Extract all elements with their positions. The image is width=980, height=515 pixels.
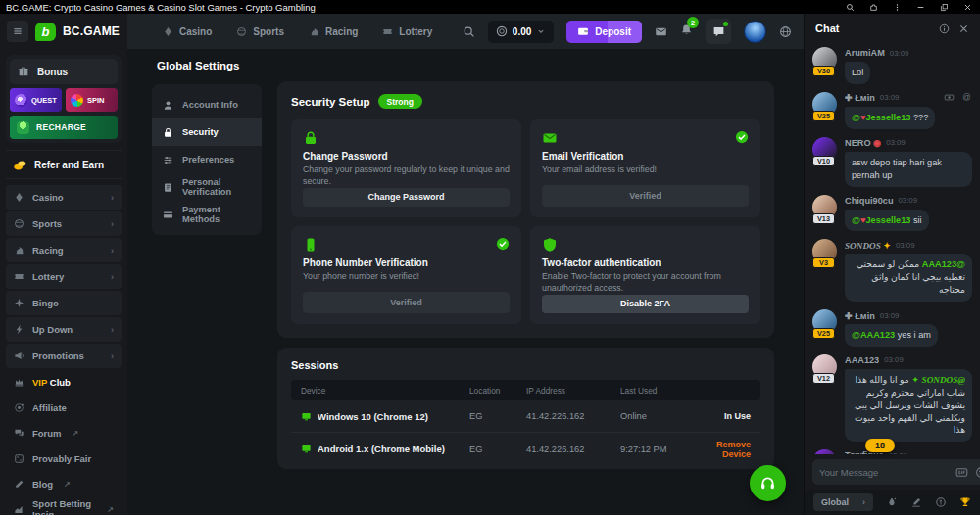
settings-menu-item-security[interactable]: Security <box>152 118 262 146</box>
bcgame-logo-text[interactable]: BC.GAME <box>63 24 120 38</box>
recharge-button[interactable]: RECHARGE <box>10 116 118 139</box>
balance-amount: 0.00 <box>513 26 531 37</box>
browser-menu-icon[interactable] <box>893 3 902 12</box>
sidebar-item-promotions[interactable]: Promotions› <box>6 344 122 368</box>
sidebar-item-racing[interactable]: Racing› <box>6 238 122 262</box>
quest-label: QUEST <box>31 96 57 105</box>
search-icon[interactable] <box>463 25 475 38</box>
topnav-links: CasinoSportsRacingLottery <box>163 26 432 37</box>
crown-icon <box>14 377 24 388</box>
rain-drop-icon[interactable] <box>886 496 898 508</box>
chat-message-body: AAA12303:09@SONDOS ✦ مو انا والله هذا شا… <box>845 354 972 442</box>
emoji-icon[interactable] <box>975 466 980 479</box>
topnav-item-label: Lottery <box>399 26 432 37</box>
sidebar-nav: Casino›Sports›Racing›Lottery›BingoUp Dow… <box>6 185 122 515</box>
settings-menu-item-personal-verification[interactable]: Personal Verification <box>152 173 262 201</box>
spin-button[interactable]: SPIN <box>66 88 118 112</box>
settings-menu-item-account-info[interactable]: Account Info <box>152 91 262 118</box>
sidebar-item-vip-club[interactable]: VIP Club <box>6 370 122 394</box>
page-title: BC.GAME: Crypto Casino Games & Casino Sl… <box>6 2 846 13</box>
settings-menu-item-preferences[interactable]: Preferences <box>152 146 262 173</box>
sidebar-item-affiliate[interactable]: Affiliate <box>6 396 122 419</box>
trophy-icon[interactable] <box>959 496 971 508</box>
chat-info-icon[interactable] <box>939 23 950 34</box>
deposit-button[interactable]: Deposit <box>566 21 642 43</box>
sidebar-item-sport-betting-insig[interactable]: Sport Betting Insig...↗ <box>6 497 122 515</box>
gold-coins-icon <box>13 158 27 172</box>
sidebar-item-casino[interactable]: Casino› <box>6 185 122 210</box>
bcgame-logo-icon[interactable]: b <box>35 23 56 41</box>
settings-menu-item-payment-methods[interactable]: Payment Methods <box>152 201 262 228</box>
sidebar-item-label: Casino <box>32 192 64 203</box>
topnav-item-casino[interactable]: Casino <box>163 26 212 37</box>
recharge-icon <box>17 121 29 134</box>
chat-message-bubble: asw depo tiap hari gak pernah up <box>845 152 972 187</box>
sidebar-item-sports[interactable]: Sports› <box>6 211 122 236</box>
chat-close-icon[interactable] <box>958 23 969 34</box>
topnav-item-racing[interactable]: Racing <box>309 26 358 37</box>
topnav-item-sports[interactable]: Sports <box>236 26 284 37</box>
notifications-button[interactable]: 2 <box>680 23 693 40</box>
ball-icon <box>236 26 247 37</box>
chat-bottom-bar: Global › <box>805 490 980 515</box>
coinflip-icon[interactable] <box>935 496 947 508</box>
user-avatar[interactable] <box>744 21 766 43</box>
chat-message-left: V25 <box>812 92 838 125</box>
disable-2fa-button[interactable]: Disable 2FA <box>542 295 749 313</box>
sidebar-item-bingo[interactable]: Bingo <box>6 291 122 315</box>
topnav-item-lottery[interactable]: Lottery <box>382 26 432 37</box>
balance-selector[interactable]: 0.00 <box>488 21 554 43</box>
change-password-button[interactable]: Change Password <box>303 188 510 207</box>
quest-button[interactable]: QUEST <box>10 88 62 112</box>
session-device: Windows 10 (Chrome 12) <box>301 411 469 422</box>
chat-message-body: ✚ Łмin03:09@AAA123 yes i am <box>845 309 972 347</box>
chat-message-header: ✚ Łмin03:09@ <box>845 92 972 104</box>
gif-icon[interactable] <box>956 466 968 479</box>
sidebar-item-forum[interactable]: Forum↗ <box>6 421 122 445</box>
browser-extensions-icon[interactable] <box>869 3 878 12</box>
chat-channel-selector[interactable]: Global › <box>813 493 873 511</box>
chat-rules-icon[interactable] <box>910 496 922 508</box>
mail-icon[interactable] <box>655 25 667 38</box>
security-card-change-password: Change PasswordChange your password regu… <box>291 119 521 217</box>
window-minimize-icon[interactable] <box>916 3 925 12</box>
vip-level-badge: V10 <box>812 156 835 166</box>
chat-username: ArumiAM <box>845 48 885 58</box>
chat-message-header: Chiqui90cu03:09 <box>845 195 972 207</box>
window-close-icon[interactable] <box>963 3 972 12</box>
tip-icon[interactable] <box>944 92 955 103</box>
verified-button[interactable]: Verified <box>542 185 749 207</box>
spin-wheel-icon <box>71 94 83 107</box>
chat-message-bubble: @SONDOS ✦ مو انا والله هذا شاب اماراتي م… <box>845 369 972 442</box>
unread-count-badge[interactable]: 18 <box>865 439 895 452</box>
sidebar-item-blog[interactable]: Blog↗ <box>6 472 122 495</box>
orbit-icon <box>14 402 24 413</box>
sidebar-item-bonus[interactable]: Bonus <box>10 59 118 84</box>
window-maximize-icon[interactable] <box>940 3 949 12</box>
chevron-right-icon: › <box>111 325 114 335</box>
chat-message-body: ArumiAM03:09Lol <box>845 47 972 84</box>
settings-menu-label: Preferences <box>182 155 234 164</box>
chat-message: V36ArumiAM03:09Lol <box>812 47 972 84</box>
bolt-icon <box>14 324 24 335</box>
support-button[interactable] <box>750 465 786 501</box>
sidebar-item-refer-and-earn[interactable]: Refer and Earn <box>6 150 122 179</box>
global-settings-heading: Global Settings <box>157 60 239 71</box>
verified-button[interactable]: Verified <box>303 292 510 313</box>
vip-level-badge: V3 <box>812 258 835 268</box>
globe-icon[interactable] <box>779 25 792 38</box>
sidebar-item-label: Sports <box>32 218 62 229</box>
chat-toggle-button[interactable] <box>706 19 731 44</box>
brand-area: b BC.GAME <box>0 14 127 49</box>
sidebar-item-up-down[interactable]: Up Down› <box>6 317 122 342</box>
chat-message-input[interactable] <box>819 467 949 478</box>
sidebar-item-provably-fair[interactable]: Provably Fair <box>6 446 122 470</box>
sidebar-item-lottery[interactable]: Lottery› <box>6 264 122 289</box>
remove-device-button[interactable]: Remove Device <box>705 440 751 459</box>
browser-zoom-icon[interactable] <box>846 3 855 12</box>
sessions-column-header: IP Address <box>526 386 620 396</box>
hamburger-menu-button[interactable] <box>7 21 28 42</box>
card-title: Email Verification <box>542 151 749 162</box>
sessions-column-header: Location <box>469 386 526 396</box>
at-icon[interactable]: @ <box>961 92 972 103</box>
